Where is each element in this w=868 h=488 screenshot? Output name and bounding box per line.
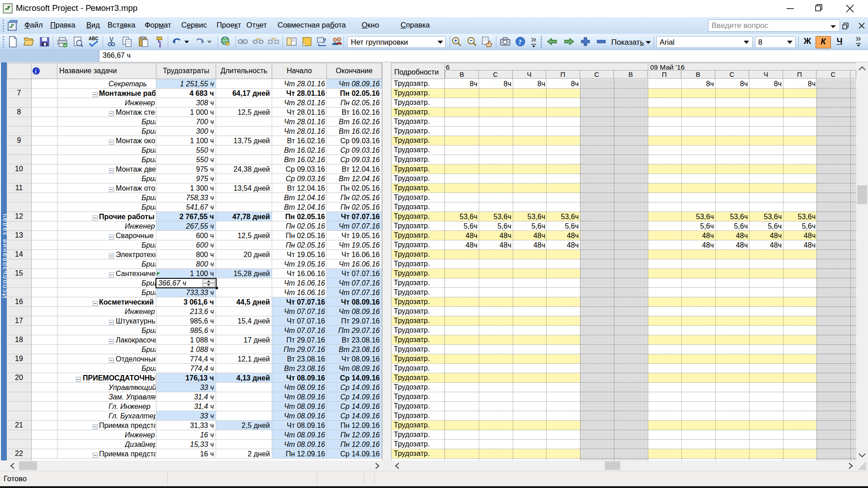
- svg-text:?: ?: [519, 38, 522, 46]
- svg-text:ABC: ABC: [89, 36, 99, 41]
- svg-text:?: ?: [323, 38, 326, 44]
